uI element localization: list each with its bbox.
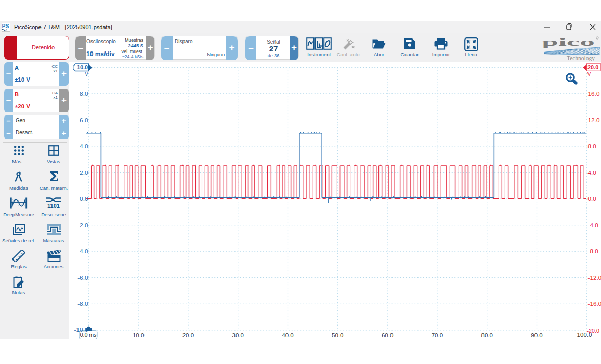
svg-text:50.0: 50.0	[332, 332, 343, 339]
svg-text:60.0: 60.0	[382, 332, 393, 339]
svg-text:-4.0: -4.0	[588, 222, 599, 229]
svg-text:6.0: 6.0	[80, 116, 88, 124]
svg-text:-8.0: -8.0	[77, 300, 88, 307]
svg-text:4.0: 4.0	[588, 169, 597, 176]
svg-text:20.0: 20.0	[587, 64, 598, 70]
svg-text:0.0: 0.0	[588, 195, 597, 202]
svg-text:-4.0: -4.0	[77, 248, 88, 255]
svg-text:4.0: 4.0	[80, 142, 88, 150]
svg-text:V: V	[587, 71, 591, 77]
svg-text:10.0: 10.0	[77, 64, 88, 70]
svg-text:80.0: 80.0	[481, 332, 493, 339]
svg-text:90.0: 90.0	[531, 332, 542, 339]
svg-text:V: V	[85, 71, 88, 77]
svg-text:8.0: 8.0	[588, 142, 597, 150]
svg-text:-8.0: -8.0	[588, 248, 599, 255]
svg-text:100.0: 100.0	[577, 332, 592, 338]
svg-text:0.0: 0.0	[80, 195, 88, 202]
svg-text:-6.0: -6.0	[77, 274, 88, 281]
svg-text:-2.0: -2.0	[77, 222, 88, 229]
svg-text:2.0: 2.0	[80, 169, 88, 176]
svg-text:40.0: 40.0	[282, 332, 293, 339]
svg-text:20.0: 20.0	[182, 332, 194, 339]
svg-text:10.0: 10.0	[133, 332, 144, 339]
svg-text:16.0: 16.0	[588, 90, 600, 97]
svg-text:8.0: 8.0	[80, 90, 88, 97]
svg-text:0.0 ms: 0.0 ms	[80, 332, 97, 338]
svg-text:12.0: 12.0	[588, 116, 600, 124]
svg-text:70.0: 70.0	[432, 332, 443, 339]
svg-text:-12.0: -12.0	[588, 274, 601, 281]
svg-text:-16.0: -16.0	[588, 300, 601, 307]
svg-text:30.0: 30.0	[232, 332, 244, 339]
